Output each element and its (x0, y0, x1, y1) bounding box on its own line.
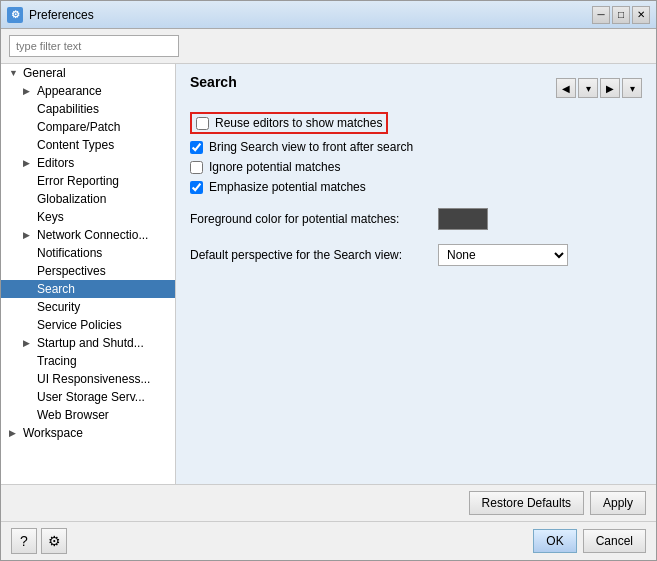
sidebar-label-capabilities: Capabilities (37, 102, 99, 116)
sidebar-item-search[interactable]: Search (1, 280, 175, 298)
close-button[interactable]: ✕ (632, 6, 650, 24)
sidebar-label-security: Security (37, 300, 80, 314)
back-dropdown[interactable]: ▾ (578, 78, 598, 98)
nav-buttons: ◀ ▾ ▶ ▾ (556, 78, 642, 98)
sidebar-label-appearance: Appearance (37, 84, 102, 98)
sidebar-label-network: Network Connectio... (37, 228, 148, 242)
sidebar-item-content-types[interactable]: Content Types (1, 136, 175, 154)
fg-color-button[interactable] (438, 208, 488, 230)
footer-left: ? ⚙ (11, 528, 67, 554)
ignore-potential-label: Ignore potential matches (209, 160, 340, 174)
ok-button[interactable]: OK (533, 529, 576, 553)
preferences-dialog: ⚙ Preferences ─ □ ✕ ▼ General ▶ (0, 0, 657, 561)
expand-icon-general: ▼ (9, 68, 21, 78)
perspective-select[interactable]: None (438, 244, 568, 266)
expand-icon-workspace: ▶ (9, 428, 21, 438)
sidebar-label-search: Search (37, 282, 75, 296)
bring-to-front-label: Bring Search view to front after search (209, 140, 413, 154)
right-panel: Search ◀ ▾ ▶ ▾ Reuse editors to show mat… (176, 64, 656, 484)
fg-color-label: Foreground color for potential matches: (190, 212, 430, 226)
sidebar-label-general: General (23, 66, 66, 80)
forward-dropdown[interactable]: ▾ (622, 78, 642, 98)
minimize-button[interactable]: ─ (592, 6, 610, 24)
expand-icon-network: ▶ (23, 230, 35, 240)
filter-input[interactable] (9, 35, 179, 57)
sidebar-label-keys: Keys (37, 210, 64, 224)
sidebar-label-globalization: Globalization (37, 192, 106, 206)
sidebar-item-ui-responsiveness[interactable]: UI Responsiveness... (1, 370, 175, 388)
sidebar-label-user-storage: User Storage Serv... (37, 390, 145, 404)
sidebar-item-security[interactable]: Security (1, 298, 175, 316)
sidebar-item-tracing[interactable]: Tracing (1, 352, 175, 370)
sidebar-item-editors[interactable]: ▶ Editors (1, 154, 175, 172)
bottom-bar: Restore Defaults Apply (1, 484, 656, 521)
maximize-button[interactable]: □ (612, 6, 630, 24)
title-bar: ⚙ Preferences ─ □ ✕ (1, 1, 656, 29)
perspective-row: Default perspective for the Search view:… (190, 244, 642, 266)
sidebar-item-capabilities[interactable]: Capabilities (1, 100, 175, 118)
fg-color-row: Foreground color for potential matches: (190, 208, 642, 230)
sidebar-item-general[interactable]: ▼ General (1, 64, 175, 82)
panel-title: Search (190, 74, 237, 90)
bring-to-front-checkbox[interactable] (190, 141, 203, 154)
bring-to-front-row: Bring Search view to front after search (190, 140, 642, 154)
sidebar-label-content-types: Content Types (37, 138, 114, 152)
apply-button[interactable]: Apply (590, 491, 646, 515)
sidebar-label-startup: Startup and Shutd... (37, 336, 144, 350)
dialog-title: Preferences (29, 8, 94, 22)
sidebar-label-perspectives: Perspectives (37, 264, 106, 278)
sidebar-label-web-browser: Web Browser (37, 408, 109, 422)
ignore-potential-row: Ignore potential matches (190, 160, 642, 174)
emphasize-potential-row: Emphasize potential matches (190, 180, 642, 194)
sidebar-item-network-connections[interactable]: ▶ Network Connectio... (1, 226, 175, 244)
reuse-editors-checkbox[interactable] (196, 117, 209, 130)
title-controls: ─ □ ✕ (592, 6, 650, 24)
sidebar-item-error-reporting[interactable]: Error Reporting (1, 172, 175, 190)
dialog-footer: ? ⚙ OK Cancel (1, 521, 656, 560)
sidebar-item-keys[interactable]: Keys (1, 208, 175, 226)
ignore-potential-checkbox[interactable] (190, 161, 203, 174)
reuse-editors-label: Reuse editors to show matches (215, 116, 382, 130)
title-bar-left: ⚙ Preferences (7, 7, 94, 23)
forward-button[interactable]: ▶ (600, 78, 620, 98)
sidebar-item-user-storage[interactable]: User Storage Serv... (1, 388, 175, 406)
dialog-icon: ⚙ (7, 7, 23, 23)
sidebar-item-service-policies[interactable]: Service Policies (1, 316, 175, 334)
sidebar-item-compare-patch[interactable]: Compare/Patch (1, 118, 175, 136)
back-button[interactable]: ◀ (556, 78, 576, 98)
expand-icon-appearance: ▶ (23, 86, 35, 96)
sidebar-label-ui: UI Responsiveness... (37, 372, 150, 386)
sidebar-item-globalization[interactable]: Globalization (1, 190, 175, 208)
restore-defaults-button[interactable]: Restore Defaults (469, 491, 584, 515)
sidebar-label-service-policies: Service Policies (37, 318, 122, 332)
emphasize-potential-label: Emphasize potential matches (209, 180, 366, 194)
sidebar-item-perspectives[interactable]: Perspectives (1, 262, 175, 280)
sidebar-tree: ▼ General ▶ Appearance Capabilities Comp… (1, 64, 176, 484)
panel-header: Search ◀ ▾ ▶ ▾ (190, 74, 642, 102)
sidebar-item-web-browser[interactable]: Web Browser (1, 406, 175, 424)
expand-icon-startup: ▶ (23, 338, 35, 348)
preferences-button[interactable]: ⚙ (41, 528, 67, 554)
sidebar-item-workspace[interactable]: ▶ Workspace (1, 424, 175, 442)
options-section: Reuse editors to show matches Bring Sear… (190, 112, 642, 200)
footer-right: OK Cancel (533, 529, 646, 553)
reuse-editors-row: Reuse editors to show matches (190, 112, 388, 134)
sidebar-label-notifications: Notifications (37, 246, 102, 260)
sidebar-item-notifications[interactable]: Notifications (1, 244, 175, 262)
sidebar-label-editors: Editors (37, 156, 74, 170)
perspective-label: Default perspective for the Search view: (190, 248, 430, 262)
filter-bar (1, 29, 656, 64)
content-area: ▼ General ▶ Appearance Capabilities Comp… (1, 29, 656, 521)
sidebar-item-appearance[interactable]: ▶ Appearance (1, 82, 175, 100)
cancel-button[interactable]: Cancel (583, 529, 646, 553)
expand-icon-editors: ▶ (23, 158, 35, 168)
sidebar-label-error-reporting: Error Reporting (37, 174, 119, 188)
emphasize-potential-checkbox[interactable] (190, 181, 203, 194)
sidebar-label-workspace: Workspace (23, 426, 83, 440)
help-button[interactable]: ? (11, 528, 37, 554)
sidebar-item-startup[interactable]: ▶ Startup and Shutd... (1, 334, 175, 352)
sidebar-label-compare: Compare/Patch (37, 120, 120, 134)
main-split: ▼ General ▶ Appearance Capabilities Comp… (1, 64, 656, 484)
sidebar-label-tracing: Tracing (37, 354, 77, 368)
